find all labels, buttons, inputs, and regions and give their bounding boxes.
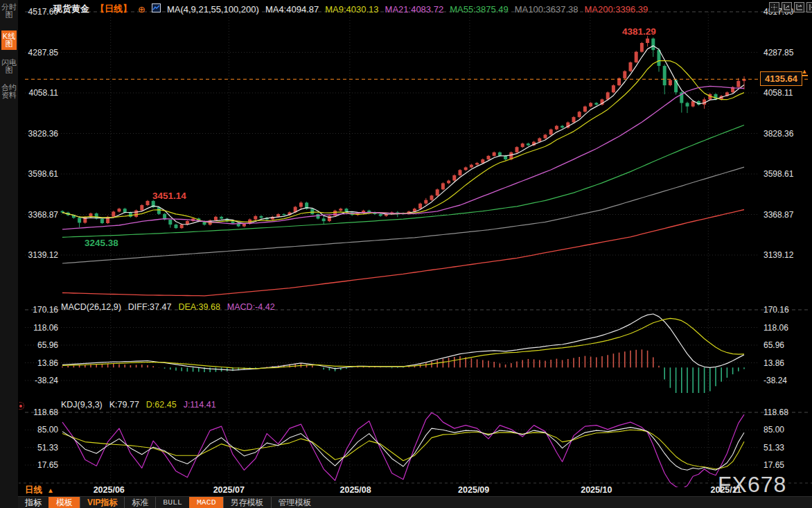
svg-text:3139.12: 3139.12: [764, 250, 794, 260]
macd-value: MACD:-4.42: [227, 302, 275, 312]
sidebar-item-label: 分时图: [1, 3, 17, 19]
svg-text:2025/09: 2025/09: [458, 485, 489, 495]
june-peak-annotation: 3451.14: [152, 191, 186, 201]
chart-canvas[interactable]: 4517.604517.604287.854287.854058.114058.…: [0, 0, 812, 508]
svg-text:65.96: 65.96: [764, 340, 784, 350]
chevron-up-icon: ▲: [47, 487, 54, 494]
trading-app-window: 4517.604517.604287.854287.854058.114058.…: [0, 0, 812, 508]
svg-text:118.06: 118.06: [764, 323, 788, 333]
sidebar: 分时图 K线图 闪电图 合约资料: [0, 0, 19, 508]
tab-template[interactable]: 模板: [48, 497, 80, 508]
sidebar-item-label: 闪电图: [1, 58, 17, 74]
tab-manage-template[interactable]: 管理模板: [271, 497, 319, 508]
pan-right-icon[interactable]: [806, 2, 812, 12]
bottom-toolbar: 指标 模板 VIP指标 标准 BULL MACD 另存模板 管理模板: [18, 496, 812, 508]
mini-chart-icon[interactable]: [152, 3, 161, 15]
svg-text:3828.36: 3828.36: [764, 129, 794, 139]
chart-toolbar-icons: [769, 2, 812, 12]
sidebar-item-lightning-chart[interactable]: 闪电图: [1, 57, 17, 76]
ma-group-label: MA(4,9,21,55,100,200): [167, 4, 259, 15]
period-selector[interactable]: 日线 ▲: [25, 484, 54, 496]
svg-text:85.00: 85.00: [37, 425, 58, 435]
svg-text:13.86: 13.86: [37, 358, 58, 368]
macd-diff-value: DIFF:37.47: [128, 302, 172, 312]
tab-vip-indicator[interactable]: VIP指标: [80, 497, 124, 508]
chart-header: 现货黄金 【日线】 ⊕ MA(4,9,21,55,100,200) MA4:40…: [53, 3, 648, 15]
peak-price-annotation: 4381.29: [622, 26, 656, 37]
svg-text:17.65: 17.65: [37, 460, 58, 470]
svg-text:118.68: 118.68: [33, 408, 58, 417]
tab-bull[interactable]: BULL: [155, 497, 189, 508]
svg-text:4287.85: 4287.85: [28, 48, 59, 58]
sidebar-item-label: K线图: [3, 32, 15, 48]
macd-dea-value: DEA:39.68: [178, 302, 220, 312]
sidebar-item-time-chart[interactable]: 分时图: [1, 1, 17, 21]
fx678-watermark: FX678: [718, 472, 786, 498]
macd-legend: MACD(26,12,9) DIFF:37.47 DEA:39.68 MACD:…: [61, 302, 275, 312]
svg-text:4058.11: 4058.11: [29, 88, 59, 98]
tab-standard[interactable]: 标准: [124, 497, 155, 508]
kdj-j-value: J:114.41: [184, 400, 216, 410]
kdj-d-value: D:62.45: [146, 400, 177, 410]
svg-text:65.96: 65.96: [37, 340, 58, 350]
symbol-title: 现货黄金: [53, 3, 89, 15]
kdj-name: KDJ(9,3,3): [61, 400, 103, 410]
ma55-value-annotation: 3245.38: [85, 238, 118, 248]
svg-text:3598.61: 3598.61: [28, 169, 59, 179]
scale-up-icon[interactable]: [782, 2, 792, 12]
svg-text:2025/10: 2025/10: [581, 485, 612, 495]
macd-name: MACD(26,12,9): [61, 302, 121, 312]
ma21-value: MA21:4083.72: [385, 4, 444, 15]
svg-text:4287.85: 4287.85: [764, 48, 794, 58]
target-icon[interactable]: ⊕: [138, 4, 145, 15]
ma100-value: MA100:3637.38: [515, 4, 579, 15]
sidebar-item-contract-info[interactable]: 合约资料: [1, 82, 17, 101]
svg-text:4058.11: 4058.11: [764, 88, 793, 98]
svg-text:85.00: 85.00: [764, 425, 784, 435]
svg-text:118.68: 118.68: [764, 408, 788, 417]
period-tag[interactable]: 【日线】: [96, 3, 132, 15]
svg-text:3139.12: 3139.12: [28, 250, 59, 260]
svg-text:17.65: 17.65: [764, 460, 784, 470]
svg-text:2025/08: 2025/08: [340, 485, 371, 495]
tab-save-template[interactable]: 另存模板: [223, 497, 271, 508]
svg-text:-38.24: -38.24: [35, 376, 58, 385]
svg-text:118.06: 118.06: [33, 323, 58, 333]
svg-text:3368.87: 3368.87: [28, 210, 59, 220]
ma9-value: MA9:4030.13: [325, 4, 378, 15]
scale-right-icon[interactable]: [794, 2, 804, 12]
svg-text:13.86: 13.86: [764, 358, 784, 368]
sidebar-item-label: 合约资料: [1, 83, 17, 99]
svg-text:2025/07: 2025/07: [213, 485, 245, 495]
tab-macd[interactable]: MACD: [189, 497, 223, 508]
ma4-value: MA4:4094.87: [265, 4, 319, 15]
ma55-value: MA55:3875.49: [450, 4, 509, 15]
svg-text:170.16: 170.16: [33, 305, 58, 315]
kdj-legend: KDJ(9,3,3) K:79.77 D:62.45 J:114.41: [61, 400, 216, 410]
svg-text:3368.87: 3368.87: [764, 210, 794, 220]
svg-text:3828.36: 3828.36: [28, 129, 59, 139]
ma200-value: MA200:3396.39: [585, 4, 648, 15]
svg-text:170.16: 170.16: [764, 305, 789, 315]
period-label: 日线: [25, 484, 42, 496]
tab-indicator[interactable]: 指标: [18, 497, 48, 508]
svg-text:3598.61: 3598.61: [764, 169, 794, 179]
svg-text:2025/06: 2025/06: [94, 485, 125, 495]
svg-text:51.33: 51.33: [37, 443, 58, 453]
sidebar-item-kline-chart[interactable]: K线图: [1, 30, 17, 50]
svg-text:51.33: 51.33: [764, 443, 784, 453]
svg-text:-38.24: -38.24: [764, 376, 787, 385]
last-price-label: 4135.64: [760, 71, 802, 86]
crosshair-icon[interactable]: [769, 2, 779, 12]
kdj-k-value: K:79.77: [109, 400, 139, 410]
